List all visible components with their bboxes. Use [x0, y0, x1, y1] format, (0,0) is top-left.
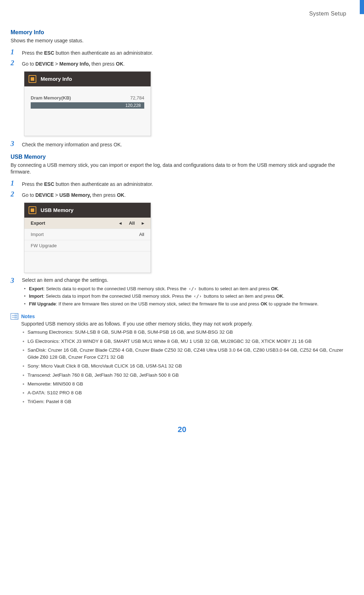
step-number: 3: [11, 140, 17, 148]
chapter-title: System Setup: [0, 0, 364, 20]
usb-step-2: 2 Go to DEVICE > USB Memory, then press …: [11, 190, 353, 199]
dram-value: 72,784: [130, 95, 144, 101]
usb-shot-row-value: All: [139, 232, 144, 237]
screenshot-title: Memory Info: [41, 76, 72, 82]
notes-list: Samsung Electronics: SUM-LSB 8 GB, SUM-P…: [21, 329, 353, 405]
usb-shot-row-value: All: [129, 220, 135, 226]
screenshot-body: Dram Memory(KB) 72,784 120,228: [24, 86, 151, 136]
notes-list-item: LG Electronics: XTICK J3 WINDY 8 GB, SMA…: [21, 338, 353, 345]
memory-info-desc: Shows the memory usage status.: [11, 37, 353, 44]
usb-shot-row-label: Import: [31, 232, 44, 237]
step-number: 2: [11, 59, 17, 67]
step-number: 1: [11, 48, 17, 56]
usb-memory-screenshot: USB Memory Export◂All▸ImportAllFW Upgrad…: [24, 202, 151, 273]
memory-step-2: 2 Go to DEVICE > Memory Info, then press…: [11, 59, 353, 68]
usb-step-3: 3 Select an item and change the settings…: [11, 277, 353, 308]
usb-steps: 1 Press the ESC button then authenticate…: [11, 179, 353, 199]
notes-header: Notes: [11, 313, 353, 320]
notes-list-item: Sony: Micro Vault Click 8 GB, MicroVault…: [21, 363, 353, 370]
screenshot-title: USB Memory: [41, 207, 73, 213]
notes-list-item: SanDisk: Cruzer 16 GB, Cruzer Blade CZ50…: [21, 347, 353, 361]
usb-memory-heading: USB Memory: [11, 154, 353, 160]
page-number: 20: [0, 414, 364, 441]
notes-intro: Supported USB memory sticks are as follo…: [21, 321, 353, 327]
usb-shot-row-label: FW Upgrade: [31, 243, 57, 248]
dram-row: Dram Memory(KB) 72,784: [24, 93, 151, 102]
notes-list-item: Samsung Electronics: SUM-LSB 8 GB, SUM-P…: [21, 329, 353, 336]
screenshot-body: Export◂All▸ImportAllFW Upgrade: [24, 218, 151, 273]
notes-list-item: A-DATA: S102 PRO 8 GB: [21, 389, 353, 396]
usb-steps-cont: 3 Select an item and change the settings…: [11, 277, 353, 308]
usb-shot-row: FW Upgrade: [24, 240, 151, 251]
usb-memory-desc: By connecting a USB memory stick, you ca…: [11, 162, 353, 176]
right-arrow-icon: ▸: [142, 220, 144, 226]
usb-sub-bullets: Export: Selects data to export to the co…: [22, 285, 353, 308]
usb-step-1: 1 Press the ESC button then authenticate…: [11, 179, 353, 188]
memory-step-1: 1 Press the ESC button then authenticate…: [11, 48, 353, 57]
dram-bar: 120,228: [31, 102, 144, 109]
step-text: Go to DEVICE > Memory Info, then press O…: [22, 59, 125, 68]
usb-shot-row: Export◂All▸: [24, 218, 151, 229]
step-text: Press the ESC button then authenticate a…: [22, 179, 153, 188]
usb-sub-bullet: FW Upgrade: If there are firmware files …: [22, 300, 353, 308]
usb-shot-row-label: Export: [31, 220, 45, 226]
screenshot-header: USB Memory: [24, 203, 151, 218]
left-arrow-icon: ◂: [119, 220, 122, 226]
usb-shot-row-value-wrap: ◂All▸: [119, 220, 144, 226]
step-text: Select an item and change the settings.: [22, 276, 108, 283]
memory-info-heading: Memory Info: [11, 29, 353, 36]
step-text: Check the memory information and press O…: [22, 140, 122, 148]
screenshot-header: Memory Info: [24, 72, 151, 86]
step-text: Press the ESC button then authenticate a…: [22, 48, 153, 57]
memory-step-3: 3 Check the memory information and press…: [11, 140, 353, 148]
usb-shot-row: ImportAll: [24, 229, 151, 240]
memory-icon: [29, 75, 36, 83]
dram-label: Dram Memory(KB): [31, 95, 71, 101]
step-number: 1: [11, 179, 17, 187]
page-content: Memory Info Shows the memory usage statu…: [0, 20, 364, 414]
memory-info-screenshot: Memory Info Dram Memory(KB) 72,784 120,2…: [24, 71, 151, 136]
step-number: 3: [11, 277, 17, 285]
memory-steps: 1 Press the ESC button then authenticate…: [11, 48, 353, 68]
usb-shot-row-value-wrap: All: [139, 232, 144, 237]
dram-bar-value: 120,228: [126, 103, 141, 108]
notes-list-item: Transcend: JetFlash 760 8 GB, JetFlash 7…: [21, 372, 353, 379]
usb-icon: [29, 206, 36, 214]
notes-title: Notes: [21, 314, 35, 319]
memory-steps-cont: 3 Check the memory information and press…: [11, 140, 353, 148]
step-number: 2: [11, 190, 17, 198]
usb-sub-bullet: Export: Selects data to export to the co…: [22, 285, 353, 292]
notes-list-item: Memorette: MINI500 8 GB: [21, 381, 353, 388]
notes-block: Notes Supported USB memory sticks are as…: [11, 313, 353, 405]
page-tab-marker: [360, 0, 364, 14]
step-text: Go to DEVICE > USB Memory, then press OK…: [22, 190, 126, 199]
notes-list-item: TriGem: Pastel 8 GB: [21, 398, 353, 405]
usb-sub-bullet: Import: Selects data to import from the …: [22, 293, 353, 300]
notes-icon: [11, 313, 18, 320]
